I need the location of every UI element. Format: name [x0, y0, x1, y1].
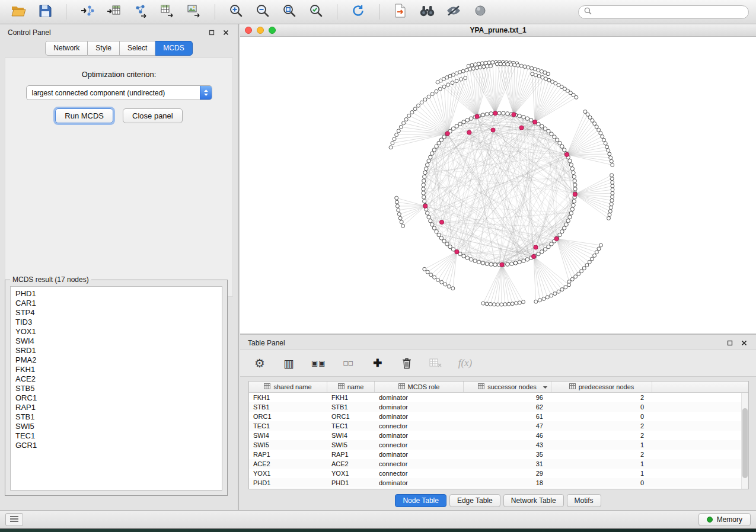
zoom-in-button[interactable] — [225, 2, 247, 21]
mcds-result-item[interactable]: SRD1 — [15, 346, 217, 355]
mcds-result-item[interactable]: SWI5 — [15, 422, 217, 431]
mcds-result-item[interactable]: PMA2 — [15, 355, 217, 365]
cell-mcds-role: dominator — [375, 394, 464, 401]
maximize-window-icon[interactable] — [269, 27, 276, 34]
tab-select[interactable]: Select — [120, 41, 155, 56]
table-row[interactable]: STB1 STB1 dominator 62 0 — [249, 402, 748, 412]
close-panel-icon[interactable] — [740, 339, 748, 347]
cell-successor-nodes: 96 — [464, 394, 551, 401]
mcds-result-item[interactable]: GCR1 — [15, 441, 217, 450]
mcds-result-item[interactable]: SWI4 — [15, 336, 217, 346]
column-header-predecessor-nodes[interactable]: predecessor nodes — [551, 382, 652, 392]
select-all-columns-icon[interactable]: ▣▣ — [311, 356, 326, 370]
cell-successor-nodes: 43 — [464, 441, 551, 448]
search-input[interactable] — [595, 7, 743, 17]
run-mcds-button[interactable]: Run MCDS — [55, 108, 113, 123]
export-network-button[interactable] — [129, 2, 152, 21]
network-canvas[interactable] — [240, 37, 756, 334]
tab-motifs[interactable]: Motifs — [567, 494, 601, 507]
mcds-result-item[interactable]: YOX1 — [15, 327, 217, 336]
mcds-result-item[interactable]: STB5 — [15, 384, 217, 393]
zoom-fit-icon — [282, 4, 296, 20]
table-row[interactable]: RAP1 RAP1 dominator 35 2 — [249, 450, 748, 459]
criterion-select[interactable]: largest connected component (undirected) — [26, 85, 212, 100]
cell-name: ORC1 — [327, 413, 375, 420]
cell-predecessor-nodes: 2 — [551, 422, 652, 430]
level-of-detail-button[interactable] — [469, 2, 492, 21]
control-panel-header: Control Panel — [0, 24, 238, 40]
export-image-button[interactable] — [183, 2, 205, 21]
create-column-icon[interactable]: ✚ — [371, 356, 384, 370]
mcds-result-item[interactable]: ACE2 — [15, 374, 217, 384]
save-session-button[interactable] — [34, 2, 56, 21]
cell-name: ACE2 — [327, 460, 375, 467]
toolbar-separator — [66, 4, 66, 20]
unselect-all-columns-icon[interactable]: □□ — [342, 356, 355, 370]
open-folder-button[interactable] — [7, 2, 30, 21]
tab-style[interactable]: Style — [88, 41, 120, 56]
show-panels-menu-button[interactable] — [5, 513, 23, 526]
tab-network[interactable]: Network — [45, 41, 88, 56]
zoom-selected-button[interactable] — [305, 2, 327, 21]
table-scrollbar-thumb[interactable] — [742, 408, 748, 478]
tab-edge-table[interactable]: Edge Table — [449, 494, 500, 507]
sort-descending-icon[interactable] — [543, 383, 548, 390]
table-row[interactable]: SWI4 SWI4 dominator 46 2 — [249, 431, 748, 440]
memory-button[interactable]: Memory — [698, 513, 751, 526]
mcds-result-item[interactable]: FKH1 — [15, 365, 217, 374]
tab-node-table[interactable]: Node Table — [395, 494, 446, 507]
mcds-result-item[interactable]: RAP1 — [15, 403, 217, 412]
table-scrollbar[interactable] — [741, 393, 748, 489]
search-icon — [584, 7, 592, 17]
mcds-result-item[interactable]: PHD1 — [15, 289, 217, 299]
search-network-button[interactable] — [416, 2, 438, 21]
mcds-result-item[interactable]: ORC1 — [15, 393, 217, 403]
export-document-icon — [394, 4, 406, 20]
table-row[interactable]: PHD1 PHD1 dominator 18 0 — [249, 478, 748, 488]
toolbar-separator — [215, 4, 215, 20]
mcds-result-item[interactable]: STP4 — [15, 308, 217, 318]
close-panel-button[interactable]: Close panel — [123, 108, 183, 123]
minimize-window-icon[interactable] — [257, 27, 264, 34]
export-table-button[interactable] — [156, 2, 178, 21]
main-toolbar — [0, 0, 756, 24]
table-row[interactable]: SWI5 SWI5 connector 43 1 — [249, 440, 748, 450]
mcds-result-item[interactable]: CAR1 — [15, 299, 217, 308]
memory-status-dot-icon — [707, 517, 713, 523]
table-settings-gear-icon[interactable]: ⚙ — [253, 356, 266, 370]
network-view-title: YPA_prune.txt_1 — [240, 26, 756, 34]
import-table-button[interactable] — [103, 2, 125, 21]
export-document-button[interactable] — [389, 2, 412, 21]
network-graph[interactable] — [240, 37, 756, 334]
close-window-icon[interactable] — [245, 27, 252, 34]
mcds-result-item[interactable]: TEC1 — [15, 431, 217, 441]
float-panel-icon[interactable] — [726, 339, 734, 347]
tab-mcds[interactable]: MCDS — [155, 41, 192, 56]
delete-column-trash-icon[interactable] — [400, 356, 413, 370]
mcds-result-item[interactable]: TID3 — [15, 318, 217, 327]
column-header-mcds-role[interactable]: MCDS role — [375, 382, 464, 392]
float-panel-icon[interactable] — [208, 28, 216, 37]
tab-network-table[interactable]: Network Table — [503, 494, 564, 507]
table-row[interactable]: YOX1 YOX1 connector 29 1 — [249, 469, 748, 478]
open-folder-icon — [11, 5, 26, 19]
table-row[interactable]: ORC1 ORC1 dominator 61 0 — [249, 412, 748, 421]
table-row[interactable]: TEC1 TEC1 connector 47 2 — [249, 421, 748, 431]
table-panel-header: Table Panel — [240, 335, 756, 351]
column-header-shared-name[interactable]: shared name — [249, 382, 327, 392]
column-header-name[interactable]: name — [327, 382, 375, 392]
cell-predecessor-nodes: 1 — [551, 441, 652, 448]
cell-mcds-role: dominator — [375, 451, 464, 458]
zoom-out-button[interactable] — [251, 2, 274, 21]
table-row[interactable]: FKH1 FKH1 dominator 96 2 — [249, 393, 748, 402]
column-header-successor-nodes[interactable]: successor nodes — [464, 382, 551, 392]
show-columns-icon[interactable]: ▥ — [282, 356, 295, 370]
mcds-result-item[interactable]: STB1 — [15, 412, 217, 422]
memory-button-label: Memory — [717, 515, 742, 524]
hide-details-button[interactable] — [442, 2, 465, 21]
import-network-button[interactable] — [76, 2, 98, 21]
close-panel-icon[interactable] — [222, 28, 230, 37]
zoom-fit-button[interactable] — [278, 2, 301, 21]
table-row[interactable]: ACE2 ACE2 connector 31 1 — [249, 459, 748, 469]
refresh-button[interactable] — [347, 2, 369, 21]
